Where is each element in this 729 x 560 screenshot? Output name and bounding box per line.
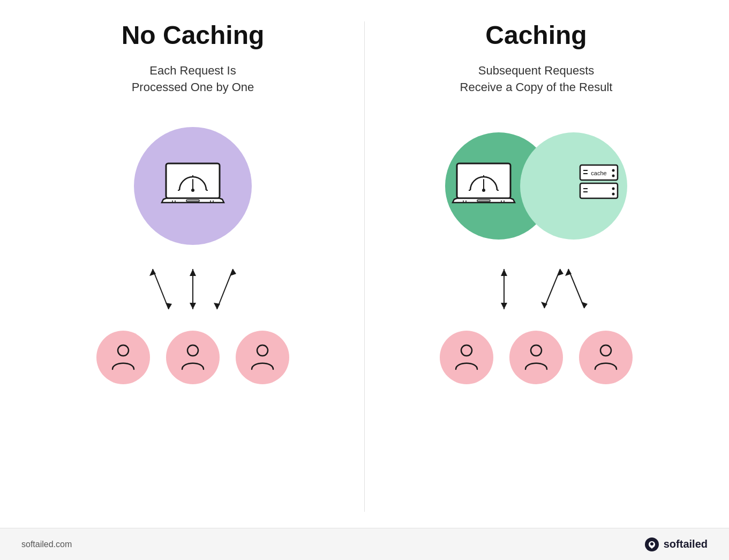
svg-marker-17	[190, 303, 196, 309]
svg-marker-16	[190, 269, 196, 276]
footer: softailed.com softailed	[0, 528, 729, 560]
laptop-icon	[161, 161, 225, 211]
svg-point-44	[612, 192, 615, 195]
caching-user-circle-1	[440, 331, 493, 384]
caching-user-circle-3	[579, 331, 633, 384]
caching-panel: Caching Subsequent RequestsReceive a Cop…	[375, 21, 697, 512]
no-caching-arrows	[139, 261, 246, 315]
caching-user-circle-2	[509, 331, 563, 384]
user-circle-1	[96, 331, 150, 384]
footer-brand: softailed	[644, 537, 708, 552]
svg-marker-49	[501, 303, 507, 309]
user-circle-2	[166, 331, 220, 384]
svg-marker-19	[230, 269, 236, 276]
svg-point-38	[612, 169, 615, 171]
caching-users	[440, 331, 633, 384]
no-caching-panel: No Caching Each Request IsProcessed One …	[32, 21, 354, 512]
caching-diagram: cache	[375, 127, 697, 512]
svg-point-39	[612, 174, 615, 177]
caching-title: Caching	[485, 21, 587, 50]
user-circle-3	[236, 331, 289, 384]
dual-circles-wrapper: cache	[440, 127, 633, 245]
svg-point-58	[600, 345, 611, 356]
svg-marker-20	[214, 303, 220, 309]
footer-url: softailed.com	[21, 540, 72, 549]
svg-point-21	[118, 345, 129, 356]
svg-text:cache: cache	[591, 170, 606, 176]
softailed-logo-icon	[644, 537, 659, 552]
no-caching-users	[96, 331, 289, 384]
svg-marker-51	[557, 269, 563, 276]
caching-laptop-icon	[452, 161, 516, 211]
svg-point-43	[612, 187, 615, 190]
no-caching-title: No Caching	[122, 21, 265, 50]
cache-server-icon: cache	[575, 161, 623, 211]
no-caching-subtitle: Each Request IsProcessed One by One	[132, 63, 254, 100]
svg-point-26	[482, 189, 485, 192]
panel-divider	[364, 21, 365, 512]
footer-brand-name: softailed	[664, 538, 708, 550]
svg-marker-48	[501, 269, 507, 276]
no-caching-diagram	[32, 127, 354, 512]
svg-rect-42	[580, 183, 618, 198]
caching-subtitle: Subsequent RequestsReceive a Copy of the…	[460, 63, 613, 100]
svg-point-2	[191, 189, 194, 192]
main-content: No Caching Each Request IsProcessed One …	[0, 0, 729, 528]
purple-circle	[134, 127, 252, 245]
svg-point-56	[461, 345, 472, 356]
svg-point-60	[650, 542, 653, 546]
server-wrapper	[134, 127, 252, 245]
svg-point-57	[531, 345, 542, 356]
svg-marker-14	[166, 303, 172, 309]
svg-point-22	[187, 345, 198, 356]
svg-point-23	[257, 345, 268, 356]
svg-marker-55	[581, 302, 588, 308]
caching-arrows	[461, 261, 611, 315]
